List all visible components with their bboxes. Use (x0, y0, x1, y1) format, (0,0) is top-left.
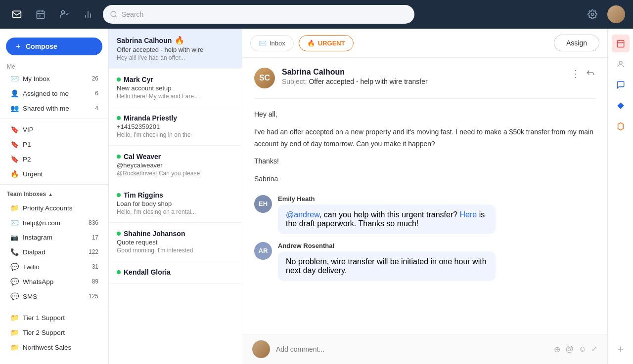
mention-andrew: @andrew (286, 210, 319, 219)
current-user-avatar (252, 340, 270, 358)
mention-icon[interactable]: @ (565, 345, 573, 354)
svg-point-6 (61, 11, 65, 14)
fire-icon: 🔥 (10, 170, 19, 178)
comment-andrew: AR Andrew Rosenthal No problem, wire tra… (254, 242, 595, 281)
calendar-icon[interactable]: 91 (32, 5, 49, 23)
help-ri-count: 836 (89, 219, 98, 226)
tag-icon-vip: 🔖 (10, 125, 19, 133)
sidebar-item-p1[interactable]: 🔖 P1 (3, 137, 105, 151)
body-line-4: Sabrina (254, 173, 595, 185)
sidebar-item-tier1[interactable]: 📁 Tier 1 Support (3, 311, 105, 324)
twilio-icon: 💬 (10, 263, 19, 271)
sms-icon: 💬 (10, 292, 19, 300)
search-placeholder: Search (122, 10, 143, 18)
assign-button[interactable]: Assign (554, 35, 599, 51)
dialpad-icon: 📞 (10, 248, 19, 256)
andrew-text: No problem, wire transfer will be initia… (286, 257, 487, 275)
right-diamond-icon[interactable] (612, 97, 630, 115)
sidebar-item-sms[interactable]: 💬 SMS 125 (3, 289, 105, 303)
sidebar-item-help-ri[interactable]: ✉️ help@ri.com 836 (3, 216, 105, 230)
sidebar-item-instagram[interactable]: 📷 Instagram 17 (3, 231, 105, 244)
add-reaction-icon[interactable]: ⊕ (554, 345, 560, 354)
conv-item-mark[interactable]: Mark Cyr New account setup Hello there! … (109, 69, 242, 107)
svg-point-12 (591, 13, 594, 16)
svg-text:91: 91 (39, 15, 42, 18)
sidebar-item-shared-with-me[interactable]: 👥 Shared with me 4 (3, 101, 105, 115)
emoji-icon[interactable]: ☺ (579, 345, 587, 354)
my-inbox-count: 26 (92, 75, 98, 82)
tier2-icon: 📁 (10, 328, 19, 336)
team-inboxes-header[interactable]: Team Inboxes ▲ (0, 188, 108, 201)
email-main: ✉️ Inbox 🔥 URGENT Assign SC Sabrina Calh… (242, 29, 607, 364)
mail-icon[interactable] (8, 5, 26, 23)
divider-2 (0, 184, 108, 185)
tab-urgent[interactable]: 🔥 URGENT (299, 35, 354, 51)
topbar: 91 Search (0, 0, 633, 29)
northwest-icon: 📁 (10, 343, 19, 351)
body-line-3: Thanks! (254, 156, 595, 167)
conv-item-tim[interactable]: Tim Riggins Loan for body shop Hello, I'… (109, 184, 242, 223)
sidebar-item-dialpad[interactable]: 📞 Dialpad 122 (3, 245, 105, 259)
collapse-icon: ▲ (48, 192, 53, 197)
andrew-comment-body: Andrew Rosenthal No problem, wire transf… (278, 242, 496, 281)
sidebar-item-vip[interactable]: 🔖 VIP (3, 122, 105, 136)
sidebar-item-whatsapp[interactable]: 💬 WhatsApp 89 (3, 275, 105, 288)
andrew-comment-text: No problem, wire transfer will be initia… (278, 251, 496, 281)
conv-item-miranda[interactable]: Miranda Priestly +14152359201 Hello, I'm… (109, 107, 242, 146)
email-from-section: SC Sabrina Calhoun Subject: Offer accept… (254, 68, 595, 99)
online-indicator (117, 193, 121, 197)
conv-item-kendall[interactable]: Kendall Gloria (109, 261, 242, 283)
sender-name: Sabrina Calhoun (282, 68, 564, 77)
sidebar-item-priority-accounts[interactable]: 📁 Priority Accounts (3, 201, 105, 215)
conv-name-miranda: Miranda Priestly (117, 114, 234, 122)
svg-rect-15 (617, 40, 624, 47)
settings-icon[interactable] (584, 5, 601, 23)
user-avatar[interactable] (607, 5, 625, 23)
conv-item-cal[interactable]: Cal Weaver @heycalweaver @RocketInvest C… (109, 146, 242, 184)
sidebar-item-p2[interactable]: 🔖 P2 (3, 152, 105, 166)
search-input[interactable]: Search (103, 5, 414, 24)
svg-line-11 (115, 16, 117, 17)
compose-button[interactable]: Compose (6, 38, 102, 55)
reply-icon[interactable] (586, 68, 595, 80)
p2-label: P2 (23, 156, 31, 163)
right-chat-icon[interactable] (612, 76, 630, 94)
more-options-icon[interactable]: ⋮ (571, 68, 581, 80)
conv-subject-shahine: Quote request (117, 239, 234, 246)
shared-with-me-label: Shared with me (23, 105, 69, 112)
right-contact-icon[interactable] (612, 55, 630, 73)
online-indicator (117, 270, 121, 274)
link-here[interactable]: Here (460, 210, 477, 219)
right-add-icon[interactable] (612, 340, 630, 358)
conv-subject-sabrina: Offer accepted - help with wire (117, 46, 234, 53)
tab-inbox[interactable]: ✉️ Inbox (250, 35, 294, 51)
urgent-tab-icon: 🔥 (307, 40, 315, 47)
conv-item-shahine[interactable]: Shahine Johanson Quote request Good morn… (109, 223, 242, 261)
team-inboxes-label: Team Inboxes (7, 191, 46, 198)
expand-icon[interactable]: ⤢ (591, 345, 597, 354)
conversation-list: Sabrina Calhoun 🔥 Offer accepted - help … (109, 29, 242, 364)
right-hubspot-icon[interactable] (612, 118, 630, 135)
sidebar-item-twilio[interactable]: 💬 Twilio 31 (3, 260, 105, 274)
help-ri-label: help@ri.com (23, 219, 60, 227)
email-action-buttons: ⋮ (571, 68, 595, 80)
contacts-icon[interactable] (55, 5, 73, 23)
body-line-2: I've had an offer accepted on a new prop… (254, 126, 595, 150)
sidebar-item-assigned-to-me[interactable]: 👤 Assigned to me 6 (3, 86, 105, 100)
conv-item-sabrina[interactable]: Sabrina Calhoun 🔥 Offer accepted - help … (109, 29, 242, 69)
conv-preview-shahine: Good morning, I'm interested (117, 247, 234, 254)
sender-avatar: SC (254, 68, 275, 88)
dialpad-label: Dialpad (23, 248, 45, 256)
twilio-label: Twilio (23, 263, 40, 271)
fire-emoji: 🔥 (175, 36, 184, 45)
sidebar-item-urgent[interactable]: 🔥 Urgent (3, 167, 105, 181)
sidebar-item-tier2[interactable]: 📁 Tier 2 Support (3, 325, 105, 339)
inbox-icon: ✉️ (10, 75, 19, 82)
assigned-to-me-count: 6 (95, 90, 98, 97)
right-calendar-icon[interactable] (612, 35, 630, 52)
comment-input[interactable] (276, 345, 548, 353)
sidebar-item-northwest[interactable]: 📁 Northwest Sales (3, 340, 105, 354)
chart-icon[interactable] (79, 5, 97, 23)
conv-preview-sabrina: Hey all! I've had an offer... (117, 54, 234, 61)
sidebar-item-my-inbox[interactable]: ✉️ My Inbox 26 (3, 72, 105, 85)
